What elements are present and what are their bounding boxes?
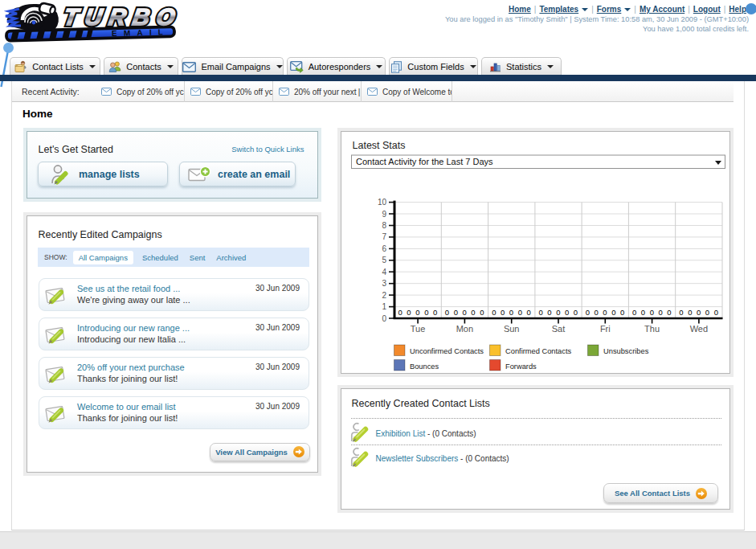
- svg-text:Sun: Sun: [503, 324, 519, 334]
- svg-text:0: 0: [705, 308, 709, 317]
- svg-text:0: 0: [471, 308, 475, 317]
- svg-text:0: 0: [517, 308, 521, 317]
- svg-text:0: 0: [620, 308, 624, 317]
- svg-text:Fri: Fri: [599, 324, 610, 334]
- svg-text:4: 4: [382, 268, 386, 277]
- svg-text:0: 0: [526, 308, 530, 317]
- svg-text:6: 6: [382, 244, 386, 253]
- svg-text:0: 0: [509, 308, 513, 317]
- svg-text:0: 0: [444, 308, 448, 317]
- svg-text:0: 0: [407, 308, 411, 317]
- svg-text:0: 0: [538, 308, 542, 317]
- svg-text:5: 5: [382, 256, 386, 264]
- svg-text:0: 0: [649, 308, 653, 317]
- svg-text:9: 9: [382, 210, 386, 219]
- svg-text:Contact Activity for the Last: Contact Activity for the Last 7 Days: [356, 157, 493, 166]
- svg-text:Thu: Thu: [644, 324, 660, 334]
- svg-text:1: 1: [382, 302, 386, 311]
- svg-text:Sat: Sat: [551, 324, 565, 334]
- svg-text:0: 0: [398, 308, 402, 317]
- svg-text:0: 0: [658, 308, 662, 317]
- svg-text:7: 7: [382, 232, 386, 241]
- svg-text:0: 0: [679, 308, 683, 317]
- svg-text:0: 0: [492, 308, 496, 317]
- svg-text:0: 0: [432, 308, 436, 317]
- svg-text:Latest Stats: Latest Stats: [352, 140, 405, 151]
- svg-text:Forwards: Forwards: [505, 363, 537, 371]
- svg-text:Tue: Tue: [410, 324, 425, 334]
- svg-text:Unsubscribes: Unsubscribes: [603, 347, 649, 355]
- svg-text:0: 0: [713, 308, 717, 317]
- svg-text:0: 0: [453, 308, 457, 317]
- svg-text:0: 0: [462, 308, 466, 317]
- svg-text:Bounces: Bounces: [410, 363, 439, 371]
- svg-text:0: 0: [424, 308, 428, 317]
- svg-text:0: 0: [480, 308, 484, 317]
- svg-text:0: 0: [585, 308, 589, 317]
- svg-text:TURBO: TURBO: [62, 4, 177, 30]
- svg-text:0: 0: [603, 308, 607, 317]
- svg-text:2: 2: [382, 291, 386, 300]
- svg-text:0: 0: [415, 308, 419, 317]
- svg-text:Unconfirmed Contacts: Unconfirmed Contacts: [410, 347, 484, 355]
- svg-text:0: 0: [573, 308, 577, 317]
- svg-text:Confirmed Contacts: Confirmed Contacts: [505, 347, 572, 355]
- svg-text:0: 0: [688, 308, 692, 317]
- svg-text:10: 10: [377, 198, 386, 207]
- svg-text:Wed: Wed: [689, 324, 707, 334]
- svg-text:0: 0: [382, 314, 386, 323]
- svg-text:0: 0: [547, 308, 551, 317]
- svg-text:0: 0: [631, 308, 635, 317]
- svg-text:0: 0: [640, 308, 644, 317]
- svg-text:0: 0: [611, 308, 615, 317]
- svg-text:0: 0: [564, 308, 568, 317]
- svg-text:8: 8: [382, 221, 386, 230]
- svg-text:0: 0: [500, 308, 504, 317]
- svg-text:0: 0: [696, 308, 700, 317]
- svg-text:0: 0: [556, 308, 560, 317]
- svg-text:3: 3: [382, 279, 386, 288]
- svg-text:Mon: Mon: [456, 324, 472, 334]
- svg-text:0: 0: [667, 308, 671, 317]
- svg-text:0: 0: [594, 308, 598, 317]
